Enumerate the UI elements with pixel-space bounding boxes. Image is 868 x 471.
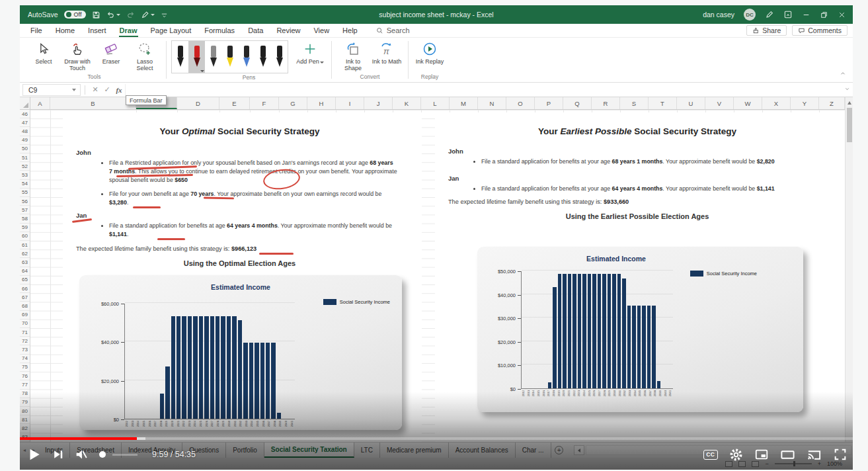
row-header-55[interactable]: 55	[20, 189, 30, 197]
row-header-52[interactable]: 52	[20, 162, 30, 171]
row-header-48[interactable]: 48	[20, 127, 30, 136]
row-header-56[interactable]: 56	[20, 197, 30, 206]
column-header-X[interactable]: X	[762, 97, 791, 109]
column-header-Y[interactable]: Y	[791, 97, 819, 109]
row-header-67[interactable]: 67	[20, 293, 30, 302]
row-header-74[interactable]: 74	[20, 355, 30, 363]
menu-tab-review[interactable]: Review	[270, 24, 307, 37]
vertical-scrollbar-thumb[interactable]	[847, 108, 852, 142]
select-tool-button[interactable]: Select	[27, 40, 60, 65]
row-header-77[interactable]: 77	[20, 380, 30, 389]
column-header-Q[interactable]: Q	[563, 97, 592, 109]
row-header-60[interactable]: 60	[20, 232, 30, 241]
row-header-53[interactable]: 53	[20, 171, 30, 179]
row-header-81[interactable]: 81	[20, 415, 30, 424]
settings-button[interactable]	[729, 448, 743, 462]
column-header-W[interactable]: W	[734, 97, 762, 109]
ink-to-shape-button[interactable]: Ink to Shape	[336, 40, 370, 71]
column-header-F[interactable]: F	[250, 97, 279, 109]
menu-tab-page-layout[interactable]: Page Layout	[144, 24, 198, 37]
row-header-82[interactable]: 82	[20, 424, 30, 433]
column-header-K[interactable]: K	[393, 97, 421, 109]
row-header-70[interactable]: 70	[20, 320, 30, 328]
row-header-47[interactable]: 47	[20, 118, 30, 127]
column-header-B[interactable]: B	[50, 97, 136, 109]
pen-yellow-highlighter[interactable]	[221, 41, 238, 73]
cell-grid[interactable]: Your Optimal Social Security StrategyJoh…	[30, 110, 845, 442]
row-header-62[interactable]: 62	[20, 249, 30, 258]
pen-black-marker-2[interactable]	[271, 41, 288, 73]
row-header-66[interactable]: 66	[20, 284, 30, 293]
row-header-49[interactable]: 49	[20, 136, 30, 145]
column-header-A[interactable]: A	[30, 97, 50, 109]
name-box[interactable]: C9	[22, 84, 81, 96]
menu-tab-view[interactable]: View	[307, 24, 336, 37]
add-pen-button[interactable]: Add Pen	[294, 40, 327, 65]
column-header-S[interactable]: S	[620, 97, 649, 109]
row-header-65[interactable]: 65	[20, 276, 30, 284]
avatar[interactable]: DC	[744, 9, 756, 21]
cast-button[interactable]	[807, 447, 822, 462]
ribbon-display-options-button[interactable]	[783, 10, 793, 19]
cancel-entry-icon[interactable]: ✕	[89, 85, 101, 94]
row-header-50[interactable]: 50	[20, 145, 30, 153]
row-header-59[interactable]: 59	[20, 224, 30, 232]
row-header-58[interactable]: 58	[20, 214, 30, 223]
row-header-78[interactable]: 78	[20, 390, 30, 398]
video-progress-bar[interactable]	[20, 437, 853, 440]
formula-input[interactable]	[125, 84, 841, 96]
column-header-M[interactable]: M	[450, 97, 478, 109]
restore-button[interactable]	[820, 11, 828, 19]
pen-black-pen[interactable]	[172, 41, 188, 73]
miniplayer-button[interactable]	[754, 447, 769, 462]
menu-tab-help[interactable]: Help	[336, 24, 364, 37]
play-button[interactable]	[25, 446, 42, 463]
confirm-entry-icon[interactable]: ✓	[101, 85, 113, 94]
menu-tab-draw[interactable]: Draw	[113, 24, 144, 37]
video-player[interactable]: AutoSave Off subject income	[20, 5, 853, 470]
row-header-54[interactable]: 54	[20, 180, 30, 189]
row-header-61[interactable]: 61	[20, 241, 30, 249]
customize-quick-access-button[interactable]	[161, 11, 168, 19]
undo-button[interactable]	[106, 11, 120, 19]
comments-button[interactable]: Comments	[792, 25, 848, 36]
column-header-R[interactable]: R	[592, 97, 620, 109]
row-header-75[interactable]: 75	[20, 363, 30, 372]
pen-red-pen[interactable]	[188, 41, 205, 73]
eraser-button[interactable]: Eraser	[95, 40, 128, 65]
column-header-I[interactable]: I	[336, 97, 364, 109]
share-button[interactable]: Share	[746, 25, 787, 36]
fullscreen-button[interactable]	[833, 447, 848, 462]
autosave-toggle[interactable]: Off	[64, 11, 87, 19]
menu-tab-data[interactable]: Data	[241, 24, 270, 37]
redo-button[interactable]	[126, 11, 135, 19]
draw-with-touch-button[interactable]: Draw with Touch	[61, 40, 94, 71]
pen-galaxy-pen[interactable]	[238, 41, 255, 73]
row-header-46[interactable]: 46	[20, 110, 30, 118]
column-header-V[interactable]: V	[705, 97, 734, 109]
column-header-Z[interactable]: Z	[819, 97, 845, 109]
row-header-64[interactable]: 64	[20, 267, 30, 276]
menu-tab-file[interactable]: File	[24, 24, 49, 37]
column-header-U[interactable]: U	[677, 97, 705, 109]
minimize-button[interactable]	[802, 11, 810, 19]
column-header-E[interactable]: E	[219, 97, 250, 109]
column-header-L[interactable]: L	[421, 97, 450, 109]
ink-tool-button[interactable]	[141, 11, 155, 19]
row-header-71[interactable]: 71	[20, 328, 30, 337]
column-header-O[interactable]: O	[506, 97, 535, 109]
menu-tab-formulas[interactable]: Formulas	[198, 24, 241, 37]
menu-tab-home[interactable]: Home	[49, 24, 81, 37]
row-header-72[interactable]: 72	[20, 337, 30, 345]
pen-black-marker[interactable]	[255, 41, 271, 73]
column-header-P[interactable]: P	[535, 97, 563, 109]
menu-tab-insert[interactable]: Insert	[81, 24, 113, 37]
scroll-up-icon[interactable]	[846, 99, 853, 107]
lasso-select-button[interactable]: Lasso Select	[128, 40, 161, 71]
row-header-76[interactable]: 76	[20, 372, 30, 380]
column-header-D[interactable]: D	[177, 97, 219, 109]
theater-mode-button[interactable]	[780, 447, 795, 462]
volume-slider-knob[interactable]	[99, 451, 106, 458]
row-header-57[interactable]: 57	[20, 206, 30, 214]
closed-captions-button[interactable]: CC	[703, 450, 718, 460]
